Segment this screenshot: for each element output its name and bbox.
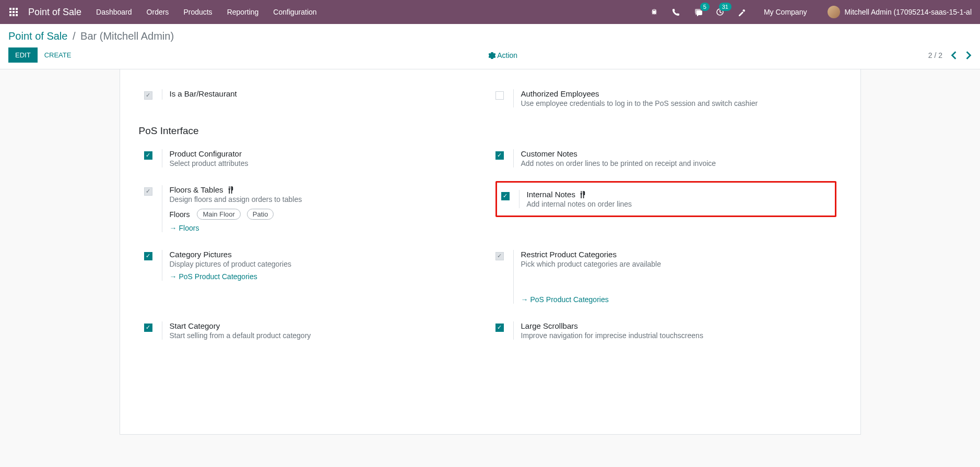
category-pictures-desc: Display pictures of product categories [170, 260, 485, 268]
restrict-categories-title: Restrict Product Categories [521, 250, 836, 259]
nav-configuration[interactable]: Configuration [273, 8, 316, 16]
internal-notes-title: Internal Notes [527, 190, 831, 199]
create-button[interactable]: Create [38, 47, 78, 63]
checkbox-large-scrollbars[interactable]: ✓ [495, 324, 504, 332]
pager-prev[interactable] [951, 51, 957, 60]
phone-icon[interactable] [671, 7, 681, 17]
restrict-categories-desc: Pick which product categories are availa… [521, 260, 836, 268]
edit-button[interactable]: Edit [8, 47, 38, 63]
section-pos-interface: PoS Interface [139, 125, 842, 137]
messaging-icon[interactable]: 5 [693, 7, 703, 17]
activities-icon[interactable]: 31 [715, 7, 725, 17]
internal-notes-desc: Add internal notes on order lines [527, 200, 831, 208]
svg-rect-3 [9, 11, 11, 13]
floors-tables-desc: Design floors and assign orders to table… [170, 195, 485, 203]
start-category-desc: Start selling from a default product cat… [170, 331, 485, 340]
checkbox-restrict-categories[interactable]: ✓ [495, 252, 504, 260]
category-pictures-link[interactable]: → PoS Product Categories [170, 272, 257, 281]
user-name: Mitchell Admin (17095214-saas-15-1-al [844, 8, 972, 16]
internal-notes-highlight: ✓ Internal Notes Add internal notes on o… [495, 181, 836, 217]
svg-rect-1 [13, 8, 15, 10]
customer-notes-desc: Add notes on order lines to be printed o… [521, 159, 836, 167]
breadcrumb-root[interactable]: Point of Sale [8, 30, 67, 42]
app-brand[interactable]: Point of Sale [28, 7, 81, 18]
checkbox-category-pictures[interactable]: ✓ [144, 252, 152, 260]
floor-tag-main[interactable]: Main Floor [197, 209, 240, 220]
checkbox-floors-tables[interactable]: ✓ [144, 187, 152, 196]
debug-icon[interactable] [649, 7, 659, 17]
arrow-right-icon: → [170, 272, 177, 281]
control-panel: Point of Sale / Bar (Mitchell Admin) Edi… [0, 24, 980, 69]
authorized-employees-title: Authorized Employees [521, 89, 836, 98]
authorized-employees-desc: Use employee credentials to log in to th… [521, 99, 836, 107]
customer-notes-title: Customer Notes [521, 149, 836, 158]
large-scrollbars-title: Large Scrollbars [521, 321, 836, 330]
is-bar-title: Is a Bar/Restaurant [170, 89, 485, 98]
checkbox-authorized-employees[interactable]: ✓ [495, 91, 504, 100]
activities-badge: 31 [719, 3, 731, 11]
form-sheet: ✓ Is a Bar/Restaurant ✓ Authorized Emplo… [120, 69, 861, 435]
company-switcher[interactable]: My Company [764, 8, 807, 16]
nav-reporting[interactable]: Reporting [227, 8, 259, 16]
floor-tag-patio[interactable]: Patio [247, 209, 274, 220]
main-navbar: Point of Sale Dashboard Orders Products … [0, 0, 980, 24]
svg-rect-2 [16, 8, 18, 10]
checkbox-is-bar[interactable]: ✓ [144, 91, 152, 100]
nav-products[interactable]: Products [183, 8, 212, 16]
tools-icon[interactable] [737, 7, 747, 17]
start-category-title: Start Category [170, 321, 485, 330]
checkbox-start-category[interactable]: ✓ [144, 324, 152, 332]
svg-rect-4 [13, 11, 15, 13]
breadcrumb: Point of Sale / Bar (Mitchell Admin) [8, 30, 972, 42]
avatar [828, 6, 840, 18]
svg-rect-0 [9, 8, 11, 10]
gear-icon [489, 51, 497, 59]
checkbox-customer-notes[interactable]: ✓ [495, 151, 504, 160]
svg-rect-7 [13, 14, 15, 16]
checkbox-internal-notes[interactable]: ✓ [501, 192, 510, 200]
cutlery-icon [227, 186, 234, 194]
product-configurator-title: Product Configurator [170, 149, 485, 158]
arrow-right-icon: → [170, 224, 177, 232]
pager-next[interactable] [965, 51, 972, 60]
cutlery-icon [578, 191, 586, 198]
floors-tables-title: Floors & Tables [170, 185, 485, 194]
arrow-right-icon: → [521, 295, 528, 304]
svg-rect-5 [16, 11, 18, 13]
nav-dashboard[interactable]: Dashboard [96, 8, 132, 16]
svg-rect-8 [16, 14, 18, 16]
breadcrumb-current: Bar (Mitchell Admin) [80, 30, 174, 42]
user-menu[interactable]: Mitchell Admin (17095214-saas-15-1-al [828, 6, 972, 18]
action-menu[interactable]: Action [78, 51, 928, 59]
floors-link[interactable]: → Floors [170, 224, 199, 232]
nav-orders[interactable]: Orders [147, 8, 169, 16]
category-pictures-title: Category Pictures [170, 250, 485, 259]
checkbox-product-configurator[interactable]: ✓ [144, 151, 152, 160]
svg-point-9 [653, 10, 656, 14]
restrict-categories-link[interactable]: → PoS Product Categories [521, 295, 609, 304]
svg-rect-6 [9, 14, 11, 16]
apps-icon[interactable] [8, 7, 19, 17]
floors-label: Floors [170, 210, 190, 219]
product-configurator-desc: Select product attributes [170, 159, 485, 167]
large-scrollbars-desc: Improve navigation for imprecise industr… [521, 331, 836, 340]
pager-text: 2 / 2 [928, 51, 942, 59]
chat-badge: 5 [700, 3, 710, 11]
